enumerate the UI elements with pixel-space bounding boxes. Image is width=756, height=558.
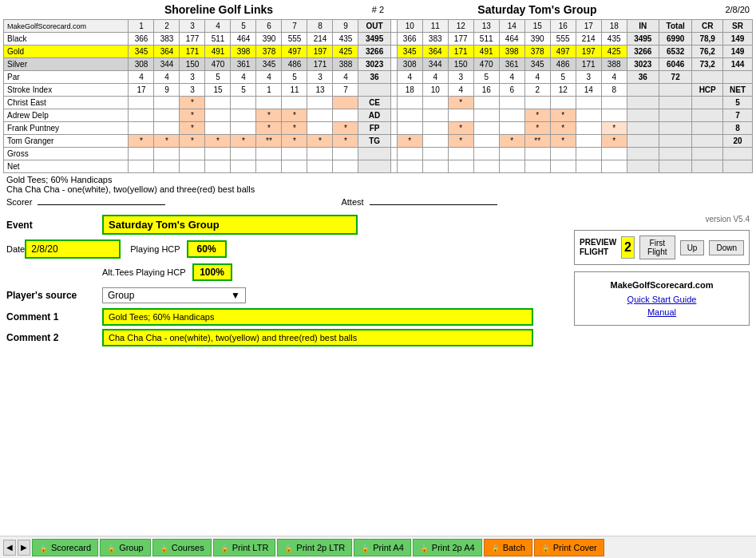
- note-line1: Gold Tees; 60% Handicaps: [6, 175, 750, 184]
- hole-1-header: 1: [129, 20, 154, 33]
- page-header: Shoreline Golf Links # 2 Saturday Tom's …: [0, 0, 756, 19]
- scorer-line-field: [38, 204, 165, 205]
- preview-label: PREVIEWFLIGHT: [580, 238, 616, 257]
- scorer-line: Scorer Attest: [0, 196, 756, 208]
- hole-17-header: 17: [576, 20, 601, 33]
- hole-12-header: 12: [448, 20, 473, 33]
- comment2-label: Comment 2: [6, 332, 102, 343]
- scorecard-table: MakeGolfScorecard.com 1 2 3 4 5 6 7 8 9 …: [3, 19, 753, 173]
- hole-14-header: 14: [499, 20, 524, 33]
- sr-header: SR: [722, 20, 752, 33]
- course-title: Shoreline Golf Links: [164, 3, 273, 16]
- date-label: Date: [6, 244, 25, 254]
- playing-hcp-label: Playing HCP: [130, 244, 180, 254]
- hole-5-header: 5: [231, 20, 256, 33]
- event-label: Event: [6, 220, 102, 231]
- alt-tees-value: 100%: [192, 263, 232, 281]
- main-form-area: Event Date Playing HCP 60% Alt.Tees Play…: [0, 208, 756, 356]
- gold-row: Gold 345364171491398378497197425 3266 34…: [4, 46, 753, 58]
- comment2-input[interactable]: [102, 329, 533, 346]
- hole-15-header: 15: [524, 20, 550, 33]
- comment1-label: Comment 1: [6, 311, 102, 323]
- hole-6-header: 6: [256, 20, 282, 33]
- attest-label: Attest: [341, 197, 363, 207]
- alt-tees-label: Alt.Tees Playing HCP: [102, 267, 186, 277]
- event-input[interactable]: [102, 215, 358, 235]
- attest-line-field: [370, 204, 497, 205]
- silver-label: Silver: [4, 58, 129, 71]
- hole-18-header: 18: [601, 20, 627, 33]
- scorecard-section: MakeGolfScorecard.com 1 2 3 4 5 6 7 8 9 …: [0, 19, 756, 173]
- stroke-index-label: Stroke Index: [4, 84, 129, 97]
- net-row: Net: [4, 160, 753, 173]
- out-header: OUT: [358, 20, 390, 33]
- up-button[interactable]: Up: [680, 240, 705, 255]
- notes-section: Gold Tees; 60% Handicaps Cha Cha Cha - o…: [0, 173, 756, 196]
- hole-10-header: 10: [397, 20, 422, 33]
- date-row: Date Playing HCP 60%: [6, 239, 561, 259]
- total-header: Total: [659, 20, 692, 33]
- comment1-row: Comment 1: [6, 308, 561, 326]
- hash-label: # 2: [372, 5, 384, 14]
- hole-16-header: 16: [550, 20, 576, 33]
- quick-start-link[interactable]: Quick Start Guide: [583, 295, 741, 304]
- event-row: Event: [6, 215, 561, 235]
- scorer-label: Scorer: [6, 197, 32, 207]
- makegolf-box: MakeGolfScorecard.com Quick Start Guide …: [574, 271, 750, 326]
- header-date: 2/8/20: [725, 5, 750, 14]
- hole-7-header: 7: [282, 20, 307, 33]
- player-frank-puntney-row: Frank Puntney **** FP **** 8: [4, 122, 753, 135]
- par-row: Par 443544534 36 443544534 36 72: [4, 71, 753, 84]
- note-line2: Cha Cha Cha - one(white), two(yellow) an…: [6, 184, 750, 194]
- manual-link[interactable]: Manual: [583, 307, 741, 317]
- version-label: version V5.4: [574, 215, 750, 224]
- group-title: Saturday Tom's Group: [477, 3, 596, 16]
- comment1-input[interactable]: [102, 308, 533, 326]
- stroke-index-row: Stroke Index 1793155111137 1810416621214…: [4, 84, 753, 97]
- black-row: Black 366383177511464390555214435 3495 3…: [4, 33, 753, 46]
- source-value: Group: [108, 290, 134, 301]
- hole-2-header: 2: [154, 20, 180, 33]
- alt-tees-row: Alt.Tees Playing HCP 100%: [102, 263, 561, 281]
- form-left: Event Date Playing HCP 60% Alt.Tees Play…: [6, 215, 561, 350]
- silver-row: Silver 308344150470361345486171388 3023 …: [4, 58, 753, 71]
- par-label: Par: [4, 71, 129, 84]
- source-select[interactable]: Group ▼: [102, 287, 246, 303]
- first-flight-button[interactable]: First Flight: [639, 235, 675, 259]
- comment2-row: Comment 2: [6, 329, 561, 346]
- down-button[interactable]: Down: [709, 240, 744, 255]
- preview-flight-box: PREVIEWFLIGHT 2 First Flight Up Down: [574, 230, 750, 265]
- flight-number: 2: [621, 236, 635, 259]
- hole-4-header: 4: [205, 20, 231, 33]
- gold-label: Gold: [4, 46, 129, 58]
- player-tom-granger-row: Tom Granger ********** TG ******* 20: [4, 135, 753, 148]
- hole-9-header: 9: [333, 20, 358, 33]
- date-input[interactable]: [25, 239, 121, 259]
- cr-header: CR: [692, 20, 723, 33]
- gross-row: Gross: [4, 148, 753, 160]
- makegolf-title: MakeGolfScorecard.com: [583, 280, 741, 290]
- source-label: Player's source: [6, 290, 102, 301]
- dropdown-arrow-icon: ▼: [231, 290, 240, 301]
- in-header: IN: [627, 20, 659, 33]
- right-panel: version V5.4 PREVIEWFLIGHT 2 First Fligh…: [574, 215, 750, 350]
- hole-3-header: 3: [180, 20, 205, 33]
- hole-8-header: 8: [307, 20, 333, 33]
- black-label: Black: [4, 33, 129, 46]
- hole-11-header: 11: [422, 20, 448, 33]
- site-label: MakeGolfScorecard.com: [4, 20, 129, 33]
- col-header-row: MakeGolfScorecard.com 1 2 3 4 5 6 7 8 9 …: [4, 20, 753, 33]
- source-row: Player's source Group ▼: [6, 287, 561, 303]
- playing-hcp-value: 60%: [187, 240, 227, 258]
- hole-13-header: 13: [473, 20, 499, 33]
- player-adrew-delp-row: Adrew Delp *** AD ** 7: [4, 109, 753, 122]
- player-christ-east-row: Christ East * CE * 5: [4, 97, 753, 109]
